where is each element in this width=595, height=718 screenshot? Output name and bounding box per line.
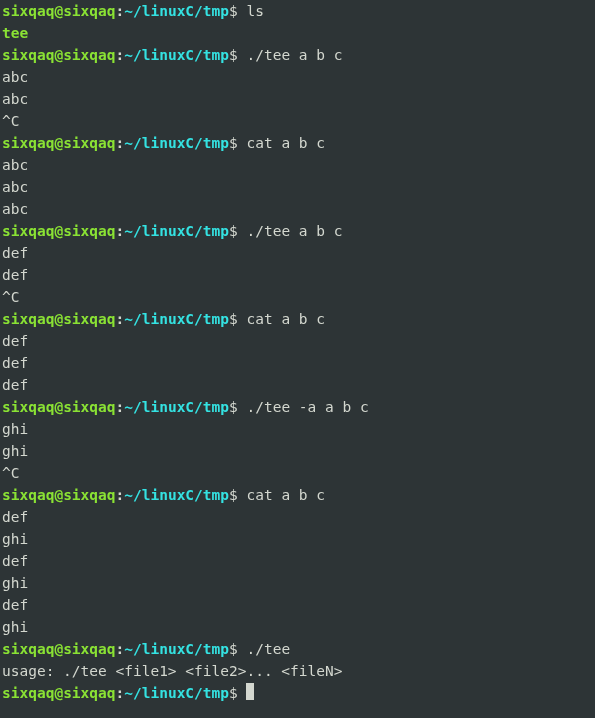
output-text: ^C [2,289,19,305]
prompt-dollar: $ [229,399,246,415]
prompt-host: sixqaq [63,47,115,63]
prompt-path: ~/linuxC/tmp [124,487,229,503]
prompt-host: sixqaq [63,3,115,19]
prompt-at: @ [54,223,63,239]
command-text: ./tee -a a b c [246,399,368,415]
prompt-path: ~/linuxC/tmp [124,47,229,63]
output-text: abc [2,201,28,217]
prompt-at: @ [54,47,63,63]
output-text: def [2,553,28,569]
prompt-user: sixqaq [2,487,54,503]
prompt-user: sixqaq [2,311,54,327]
output-text: usage: ./tee <file1> <file2>... <fileN> [2,663,342,679]
prompt-colon: : [116,685,125,701]
prompt-path: ~/linuxC/tmp [124,311,229,327]
terminal-line: sixqaq@sixqaq:~/linuxC/tmp$ [2,682,593,704]
command-text: cat a b c [246,487,325,503]
prompt-dollar: $ [229,223,246,239]
prompt-at: @ [54,487,63,503]
prompt-host: sixqaq [63,399,115,415]
prompt-at: @ [54,399,63,415]
terminal-line: sixqaq@sixqaq:~/linuxC/tmp$ ./tee -a a b… [2,396,593,418]
terminal-line: def [2,594,593,616]
command-text: ./tee [246,641,290,657]
output-text: ghi [2,575,28,591]
terminal-line: ghi [2,572,593,594]
terminal-line: def [2,374,593,396]
terminal-line: sixqaq@sixqaq:~/linuxC/tmp$ cat a b c [2,484,593,506]
prompt-user: sixqaq [2,47,54,63]
output-text: def [2,333,28,349]
terminal-line: ^C [2,462,593,484]
terminal-line: abc [2,88,593,110]
cursor [246,683,254,700]
terminal-line: def [2,506,593,528]
terminal-line: def [2,550,593,572]
prompt-host: sixqaq [63,685,115,701]
prompt-at: @ [54,311,63,327]
prompt-path: ~/linuxC/tmp [124,135,229,151]
prompt-at: @ [54,3,63,19]
output-text: def [2,597,28,613]
terminal-line: ^C [2,110,593,132]
prompt-user: sixqaq [2,399,54,415]
prompt-host: sixqaq [63,641,115,657]
terminal-line: ghi [2,528,593,550]
terminal-line: sixqaq@sixqaq:~/linuxC/tmp$ ls [2,0,593,22]
prompt-path: ~/linuxC/tmp [124,223,229,239]
prompt-dollar: $ [229,3,246,19]
terminal-line: def [2,264,593,286]
output-text: abc [2,69,28,85]
prompt-user: sixqaq [2,3,54,19]
prompt-host: sixqaq [63,223,115,239]
prompt-user: sixqaq [2,135,54,151]
terminal[interactable]: sixqaq@sixqaq:~/linuxC/tmp$ lsteesixqaq@… [0,0,595,704]
output-text: def [2,245,28,261]
terminal-line: def [2,242,593,264]
output-text: def [2,355,28,371]
terminal-line: ghi [2,616,593,638]
prompt-colon: : [116,311,125,327]
output-text: ^C [2,113,19,129]
command-text: ls [246,3,263,19]
output-text: ghi [2,443,28,459]
command-text: ./tee a b c [246,223,342,239]
prompt-host: sixqaq [63,311,115,327]
output-text: abc [2,179,28,195]
command-text: ./tee a b c [246,47,342,63]
prompt-colon: : [116,3,125,19]
prompt-at: @ [54,685,63,701]
output-text: def [2,509,28,525]
terminal-line: sixqaq@sixqaq:~/linuxC/tmp$ cat a b c [2,308,593,330]
prompt-path: ~/linuxC/tmp [124,685,229,701]
prompt-path: ~/linuxC/tmp [124,3,229,19]
terminal-line: sixqaq@sixqaq:~/linuxC/tmp$ cat a b c [2,132,593,154]
output-text: abc [2,157,28,173]
terminal-line: abc [2,154,593,176]
prompt-path: ~/linuxC/tmp [124,641,229,657]
prompt-dollar: $ [229,47,246,63]
prompt-dollar: $ [229,311,246,327]
command-text: cat a b c [246,135,325,151]
prompt-dollar: $ [229,135,246,151]
terminal-line: def [2,352,593,374]
prompt-colon: : [116,223,125,239]
terminal-line: tee [2,22,593,44]
output-text: ghi [2,531,28,547]
output-text: ghi [2,619,28,635]
terminal-line: sixqaq@sixqaq:~/linuxC/tmp$ ./tee a b c [2,44,593,66]
terminal-line: usage: ./tee <file1> <file2>... <fileN> [2,660,593,682]
prompt-colon: : [116,135,125,151]
prompt-colon: : [116,641,125,657]
prompt-path: ~/linuxC/tmp [124,399,229,415]
prompt-user: sixqaq [2,223,54,239]
prompt-user: sixqaq [2,685,54,701]
prompt-dollar: $ [229,641,246,657]
terminal-line: ^C [2,286,593,308]
terminal-line: abc [2,66,593,88]
output-text: def [2,267,28,283]
output-text: ^C [2,465,19,481]
prompt-dollar: $ [229,685,246,701]
terminal-line: def [2,330,593,352]
terminal-line: abc [2,176,593,198]
